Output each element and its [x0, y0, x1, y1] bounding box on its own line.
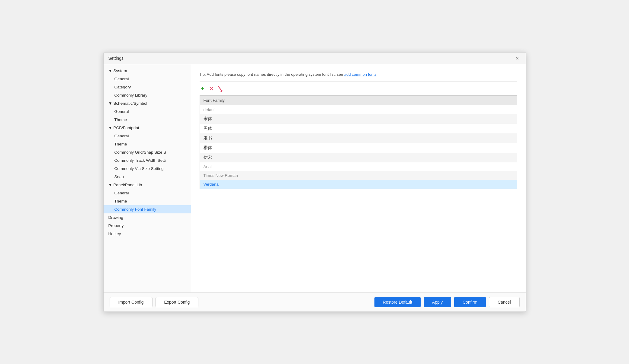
sidebar-item-system[interactable]: ▼ System — [104, 67, 191, 75]
table-row[interactable]: 隶书 — [200, 133, 517, 143]
table-row[interactable]: Verdana — [200, 180, 517, 189]
bottom-right-buttons: Restore Default Apply Confirm Cancel — [374, 297, 520, 307]
sidebar-item-general-pcb[interactable]: General — [104, 132, 191, 140]
dialog-title: Settings — [108, 56, 124, 61]
sidebar-item-theme-pcb[interactable]: Theme — [104, 140, 191, 148]
title-bar: Settings × — [104, 53, 526, 64]
sidebar-item-general-panel[interactable]: General — [104, 189, 191, 197]
bottom-left-buttons: Import Config Export Config — [110, 297, 199, 307]
svg-line-0 — [218, 86, 222, 91]
table-row[interactable]: 楷体 — [200, 143, 517, 153]
sidebar-item-theme-sch[interactable]: Theme — [104, 116, 191, 124]
font-family-header: Font Family — [200, 95, 517, 105]
sidebar-item-commonly-library[interactable]: Commonly Library — [104, 91, 191, 99]
table-row[interactable]: 黑体 — [200, 124, 517, 133]
table-row[interactable]: Times New Roman — [200, 171, 517, 180]
tip-separator — [200, 81, 517, 81]
sidebar-item-via-size[interactable]: Commonly Via Size Setting — [104, 164, 191, 173]
sidebar-item-schematic[interactable]: ▼ Schematic/Symbol — [104, 99, 191, 107]
confirm-button[interactable]: Confirm — [454, 297, 486, 307]
settings-dialog: Settings × ▼ System General Category Com… — [103, 52, 526, 312]
main-content: ▼ System General Category Commonly Libra… — [104, 64, 526, 292]
sidebar-item-category[interactable]: Category — [104, 83, 191, 91]
sidebar-item-track-width[interactable]: Commonly Track Width Setti — [104, 156, 191, 164]
sidebar-item-theme-panel[interactable]: Theme — [104, 197, 191, 205]
export-config-button[interactable]: Export Config — [156, 297, 199, 307]
add-font-button[interactable]: + — [200, 85, 206, 92]
sidebar-item-general-sys[interactable]: General — [104, 75, 191, 83]
restore-default-button[interactable]: Restore Default — [374, 297, 421, 307]
tip-text: Tip: Add fonts please copy font names di… — [200, 72, 517, 78]
sidebar-item-panel[interactable]: ▼ Panel/Panel Lib — [104, 181, 191, 189]
sidebar: ▼ System General Category Commonly Libra… — [104, 64, 191, 292]
toolbar: + ✕ — [200, 85, 517, 92]
sidebar-item-snap[interactable]: Snap — [104, 173, 191, 181]
content-panel: Tip: Add fonts please copy font names di… — [191, 64, 526, 292]
sidebar-item-property[interactable]: Property — [104, 222, 191, 230]
sidebar-item-pcb[interactable]: ▼ PCB/Footprint — [104, 124, 191, 132]
sidebar-item-grid-snap[interactable]: Commonly Grid/Snap Size S — [104, 148, 191, 156]
table-row[interactable]: 仿宋 — [200, 153, 517, 162]
close-button[interactable]: × — [514, 55, 521, 62]
table-row[interactable]: 宋体 — [200, 114, 517, 124]
table-row[interactable]: Arial — [200, 162, 517, 171]
sidebar-item-commonly-font[interactable]: Commonly Font Family — [104, 205, 191, 213]
sidebar-item-hotkey[interactable]: Hotkey — [104, 230, 191, 238]
import-config-button[interactable]: Import Config — [110, 297, 152, 307]
sidebar-item-drawing[interactable]: Drawing — [104, 213, 191, 222]
sidebar-item-general-sch[interactable]: General — [104, 107, 191, 116]
bottom-bar: Import Config Export Config Restore Defa… — [104, 292, 526, 311]
apply-button[interactable]: Apply — [424, 297, 451, 307]
font-table: Font Family default宋体黑体隶书楷体仿宋ArialTimes … — [200, 95, 517, 189]
table-row[interactable]: default — [200, 105, 517, 114]
remove-font-button[interactable]: ✕ — [208, 85, 215, 92]
cancel-button[interactable]: Cancel — [489, 297, 520, 307]
add-common-fonts-link[interactable]: add common fonts — [344, 72, 377, 77]
arrow-indicator-icon — [216, 86, 224, 92]
